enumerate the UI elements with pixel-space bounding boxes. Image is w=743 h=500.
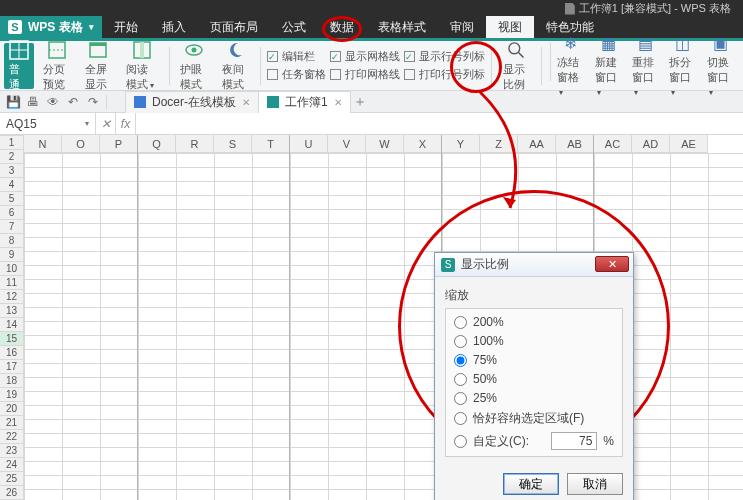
- close-icon[interactable]: ✕: [242, 97, 250, 108]
- dialog-close-button[interactable]: ✕: [595, 256, 629, 272]
- row-header-10[interactable]: 10: [0, 262, 24, 276]
- fx-cancel-icon[interactable]: ✕: [96, 113, 116, 134]
- view-normal-button[interactable]: 普通: [4, 43, 34, 89]
- zoom-option-custom[interactable]: 自定义(C):75%: [454, 432, 614, 450]
- close-icon[interactable]: ✕: [334, 97, 342, 108]
- row-header-7[interactable]: 7: [0, 220, 24, 234]
- check-print-headings[interactable]: 打印行号列标: [404, 67, 485, 82]
- view-reading-button[interactable]: 阅读模式▾: [121, 43, 162, 89]
- dialog-title-bar[interactable]: S 显示比例 ✕: [435, 253, 633, 277]
- col-header-T[interactable]: T: [252, 135, 290, 153]
- col-header-Z[interactable]: Z: [480, 135, 518, 153]
- row-header-15[interactable]: 15: [0, 332, 24, 346]
- undo-icon[interactable]: ↶: [66, 95, 80, 109]
- tab-workbook1[interactable]: 工作簿1 ✕: [258, 91, 351, 113]
- window-btn-2[interactable]: ▤重排窗口▾: [627, 43, 664, 89]
- row-header-23[interactable]: 23: [0, 444, 24, 458]
- row-header-19[interactable]: 19: [0, 388, 24, 402]
- check-show-headings[interactable]: ✓显示行号列标: [404, 49, 485, 64]
- row-header-18[interactable]: 18: [0, 374, 24, 388]
- col-header-X[interactable]: X: [404, 135, 442, 153]
- row-header-14[interactable]: 14: [0, 318, 24, 332]
- row-header-26[interactable]: 26: [0, 486, 24, 500]
- eye-protect-button[interactable]: 护眼模式: [175, 43, 213, 89]
- check-formula-bar[interactable]: ✓编辑栏: [267, 49, 326, 64]
- fx-label[interactable]: fx: [116, 113, 136, 134]
- name-box[interactable]: AQ15 ▾: [0, 113, 96, 134]
- zoom-ratio-button[interactable]: 显示比例: [498, 43, 536, 89]
- window-btn-1[interactable]: ▦新建窗口▾: [590, 43, 627, 89]
- menu-插入[interactable]: 插入: [150, 16, 198, 38]
- ok-button[interactable]: 确定: [503, 473, 559, 495]
- row-header-17[interactable]: 17: [0, 360, 24, 374]
- row-header-8[interactable]: 8: [0, 234, 24, 248]
- redo-icon[interactable]: ↷: [86, 95, 100, 109]
- col-header-R[interactable]: R: [176, 135, 214, 153]
- row-header-25[interactable]: 25: [0, 472, 24, 486]
- row-header-11[interactable]: 11: [0, 276, 24, 290]
- col-header-AD[interactable]: AD: [632, 135, 670, 153]
- preview-icon[interactable]: 👁: [46, 95, 60, 109]
- col-header-Y[interactable]: Y: [442, 135, 480, 153]
- check-task-pane[interactable]: 任务窗格: [267, 67, 326, 82]
- zoom-option-50%[interactable]: 50%: [454, 372, 614, 386]
- col-header-P[interactable]: P: [100, 135, 138, 153]
- window-btn-4[interactable]: ▣切换窗口▾: [702, 43, 739, 89]
- row-header-1[interactable]: 1: [0, 136, 24, 150]
- row-header-22[interactable]: 22: [0, 430, 24, 444]
- row-header-2[interactable]: 2: [0, 150, 24, 164]
- zoom-option-200%[interactable]: 200%: [454, 315, 614, 329]
- row-header-20[interactable]: 20: [0, 402, 24, 416]
- app-menu[interactable]: S WPS 表格 ▾: [0, 16, 102, 38]
- menu-数据[interactable]: 数据: [318, 16, 366, 38]
- save-icon[interactable]: 💾: [6, 95, 20, 109]
- col-header-AB[interactable]: AB: [556, 135, 594, 153]
- menu-表格样式[interactable]: 表格样式: [366, 16, 438, 38]
- window-icon: ▣: [710, 34, 730, 53]
- view-fullscreen-button[interactable]: 全屏显示: [80, 43, 118, 89]
- col-header-Q[interactable]: Q: [138, 135, 176, 153]
- col-header-AE[interactable]: AE: [670, 135, 708, 153]
- zoom-option-fit[interactable]: 恰好容纳选定区域(F): [454, 410, 614, 427]
- col-header-O[interactable]: O: [62, 135, 100, 153]
- new-tab-button[interactable]: ＋: [350, 93, 370, 111]
- menu-公式[interactable]: 公式: [270, 16, 318, 38]
- view-fullscreen-label: 全屏显示: [85, 62, 113, 92]
- col-header-S[interactable]: S: [214, 135, 252, 153]
- zoom-custom-input[interactable]: 75: [551, 432, 597, 450]
- view-pagebreak-button[interactable]: 分页预览: [38, 43, 76, 89]
- check-show-gridlines[interactable]: ✓显示网格线: [330, 49, 400, 64]
- chevron-down-icon[interactable]: ▾: [85, 119, 89, 128]
- window-btn-0[interactable]: ❄冻结窗格▾: [552, 43, 589, 89]
- menu-开始[interactable]: 开始: [102, 16, 150, 38]
- row-header-4[interactable]: 4: [0, 178, 24, 192]
- row-header-21[interactable]: 21: [0, 416, 24, 430]
- row-header-24[interactable]: 24: [0, 458, 24, 472]
- col-header-N[interactable]: N: [24, 135, 62, 153]
- row-header-12[interactable]: 12: [0, 290, 24, 304]
- row-header-13[interactable]: 13: [0, 304, 24, 318]
- zoom-option-25%[interactable]: 25%: [454, 391, 614, 405]
- cancel-button[interactable]: 取消: [567, 473, 623, 495]
- row-header-6[interactable]: 6: [0, 206, 24, 220]
- col-header-AA[interactable]: AA: [518, 135, 556, 153]
- zoom-option-100%[interactable]: 100%: [454, 334, 614, 348]
- col-header-W[interactable]: W: [366, 135, 404, 153]
- menu-审阅[interactable]: 审阅: [438, 16, 486, 38]
- row-header-5[interactable]: 5: [0, 192, 24, 206]
- col-header-V[interactable]: V: [328, 135, 366, 153]
- check-print-gridlines[interactable]: 打印网格线: [330, 67, 400, 82]
- tab-docer[interactable]: Docer-在线模板 ✕: [125, 91, 259, 113]
- window-btn-3[interactable]: ◫拆分窗口▾: [664, 43, 701, 89]
- col-header-AC[interactable]: AC: [594, 135, 632, 153]
- night-mode-button[interactable]: 夜间模式: [217, 43, 255, 89]
- row-header-3[interactable]: 3: [0, 164, 24, 178]
- col-header-U[interactable]: U: [290, 135, 328, 153]
- row-header-16[interactable]: 16: [0, 346, 24, 360]
- row-header-9[interactable]: 9: [0, 248, 24, 262]
- menu-页面布局[interactable]: 页面布局: [198, 16, 270, 38]
- print-icon[interactable]: 🖶: [26, 95, 40, 109]
- menu-视图[interactable]: 视图: [486, 16, 534, 38]
- cell-grid[interactable]: [24, 153, 743, 500]
- zoom-option-75%[interactable]: 75%: [454, 353, 614, 367]
